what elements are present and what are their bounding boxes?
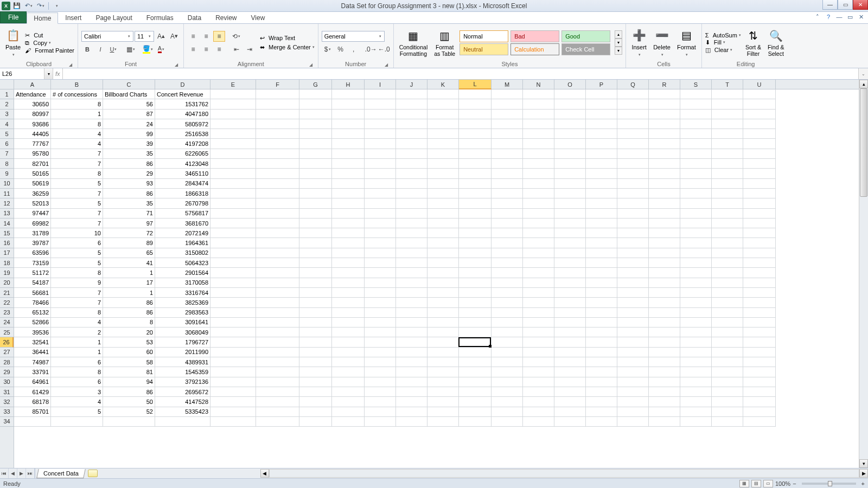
cell[interactable]: 5756817: [155, 209, 210, 219]
cell[interactable]: [712, 318, 743, 328]
cell[interactable]: [210, 99, 256, 109]
cell[interactable]: [396, 288, 427, 298]
tab-data[interactable]: Data: [181, 12, 208, 23]
cell[interactable]: 3825369: [155, 298, 210, 307]
col-header[interactable]: L: [459, 80, 492, 89]
cell[interactable]: 33791: [14, 367, 51, 377]
cell[interactable]: [492, 397, 523, 407]
cell[interactable]: [365, 367, 396, 377]
cell[interactable]: [523, 407, 554, 417]
paste-button[interactable]: 📋 Paste▾: [3, 26, 23, 60]
cell[interactable]: [523, 129, 554, 139]
cell[interactable]: 3091641: [155, 318, 210, 328]
cell[interactable]: [712, 357, 743, 367]
cell[interactable]: [459, 189, 492, 198]
cell[interactable]: [712, 407, 743, 417]
cell[interactable]: [712, 337, 743, 347]
cell[interactable]: [365, 219, 396, 228]
hscroll-track[interactable]: [269, 469, 859, 478]
col-header[interactable]: Q: [617, 80, 649, 89]
close-button[interactable]: ✕: [853, 0, 868, 10]
cell[interactable]: [649, 268, 680, 278]
cell[interactable]: [299, 288, 332, 298]
cell[interactable]: 8: [103, 318, 155, 328]
cell[interactable]: [617, 278, 649, 288]
cell[interactable]: [649, 119, 680, 129]
cell[interactable]: [256, 337, 299, 347]
col-header[interactable]: E: [210, 80, 256, 89]
cell[interactable]: 93686: [14, 119, 51, 129]
qat-customize-icon[interactable]: ▾: [51, 1, 62, 11]
cell[interactable]: [617, 228, 649, 238]
cell[interactable]: [396, 169, 427, 178]
cell[interactable]: 87: [103, 110, 155, 119]
cell[interactable]: [617, 119, 649, 129]
cell[interactable]: [332, 139, 365, 149]
cell[interactable]: [427, 169, 459, 178]
cell[interactable]: [649, 417, 680, 427]
cell[interactable]: [617, 159, 649, 169]
cell[interactable]: [256, 139, 299, 149]
cell[interactable]: [299, 348, 332, 357]
cell[interactable]: [256, 119, 299, 129]
font-color-button[interactable]: A▾: [155, 44, 167, 55]
cell[interactable]: 50165: [14, 169, 51, 178]
style-neutral[interactable]: Neutral: [459, 43, 508, 55]
cell[interactable]: [523, 238, 554, 248]
cell[interactable]: 50619: [14, 179, 51, 189]
cell[interactable]: [712, 219, 743, 228]
cell[interactable]: [459, 228, 492, 238]
cell[interactable]: [680, 407, 712, 417]
cell[interactable]: [365, 337, 396, 347]
cell[interactable]: [649, 348, 680, 357]
cell[interactable]: [299, 258, 332, 268]
cell[interactable]: [680, 228, 712, 238]
cell[interactable]: [586, 198, 617, 208]
cell[interactable]: [427, 387, 459, 397]
cell[interactable]: [299, 89, 332, 99]
cell[interactable]: [586, 149, 617, 159]
name-box-dropdown-icon[interactable]: ▾: [44, 68, 53, 79]
cell[interactable]: [459, 198, 492, 208]
cell[interactable]: [649, 357, 680, 367]
cell[interactable]: 39536: [14, 328, 51, 337]
cell[interactable]: 1: [51, 337, 103, 347]
cell[interactable]: 52013: [14, 198, 51, 208]
cell[interactable]: 2695672: [155, 387, 210, 397]
row-header[interactable]: 5: [0, 129, 14, 139]
cell[interactable]: [492, 318, 523, 328]
cell[interactable]: [396, 198, 427, 208]
cell[interactable]: [492, 367, 523, 377]
cell[interactable]: [299, 129, 332, 139]
cell[interactable]: [427, 367, 459, 377]
cell[interactable]: [256, 110, 299, 119]
cell[interactable]: 86: [103, 308, 155, 318]
cell[interactable]: [712, 139, 743, 149]
cell[interactable]: [586, 189, 617, 198]
col-header[interactable]: D: [155, 80, 210, 89]
cell[interactable]: 7: [51, 149, 103, 159]
cell[interactable]: [743, 110, 776, 119]
cell[interactable]: [649, 308, 680, 318]
cell[interactable]: [459, 219, 492, 228]
cell[interactable]: [680, 387, 712, 397]
row-header[interactable]: 1: [0, 89, 14, 99]
cell[interactable]: 2011990: [155, 348, 210, 357]
cell[interactable]: [743, 357, 776, 367]
new-sheet-button[interactable]: [88, 470, 98, 477]
cell[interactable]: [459, 367, 492, 377]
cell[interactable]: [523, 198, 554, 208]
cell[interactable]: [523, 357, 554, 367]
cell[interactable]: 52866: [14, 318, 51, 328]
cell[interactable]: [210, 268, 256, 278]
fill-button[interactable]: ⬇ Fill▾: [705, 39, 741, 46]
cut-button[interactable]: ✂ Cut: [25, 32, 74, 39]
cell[interactable]: [210, 248, 256, 258]
col-header[interactable]: F: [256, 80, 299, 89]
cell[interactable]: [712, 110, 743, 119]
cell[interactable]: [617, 367, 649, 377]
col-header[interactable]: C: [103, 80, 155, 89]
cell[interactable]: [396, 209, 427, 219]
cell[interactable]: [554, 298, 586, 307]
cell[interactable]: [743, 139, 776, 149]
